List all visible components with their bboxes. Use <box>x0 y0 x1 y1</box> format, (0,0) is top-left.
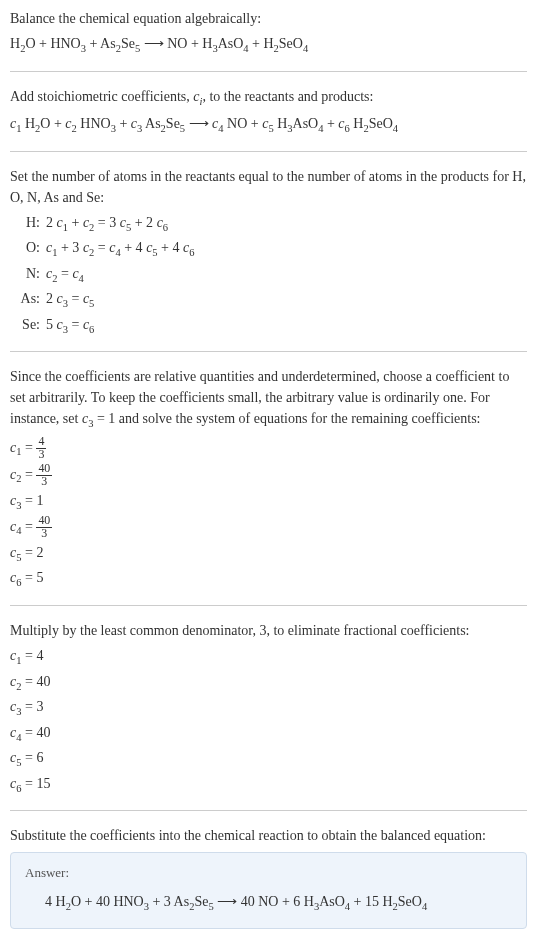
divider <box>10 351 527 352</box>
atom-label: H: <box>10 212 40 236</box>
intro-text: Balance the chemical equation algebraica… <box>10 8 527 29</box>
multiply-prompt: Multiply by the least common denominator… <box>10 620 527 641</box>
solve-coefs: c1 = 43 c2 = 403 c3 = 1 c4 = 403 c5 = 2 … <box>10 436 527 591</box>
atom-label: Se: <box>10 314 40 338</box>
stoich-prompt: Add stoichiometric coefficients, ci, to … <box>10 86 527 110</box>
coef-item: c5 = 2 <box>10 542 527 566</box>
solve-prompt: Since the coefficients are relative quan… <box>10 366 527 432</box>
substitute-prompt: Substitute the coefficients into the che… <box>10 825 527 846</box>
answer-equation: 4 H2O + 40 HNO3 + 3 As2Se5 ⟶ 40 NO + 6 H… <box>25 891 512 915</box>
coef-item: c4 = 40 <box>10 722 527 746</box>
atoms-prompt: Set the number of atoms in the reactants… <box>10 166 527 208</box>
coef-item: c2 = 403 <box>10 463 527 488</box>
coef-item: c2 = 40 <box>10 671 527 695</box>
stoich-section: Add stoichiometric coefficients, ci, to … <box>10 86 527 137</box>
multiply-coefs: c1 = 4 c2 = 40 c3 = 3 c4 = 40 c5 = 6 c6 … <box>10 645 527 796</box>
atom-label: O: <box>10 237 40 261</box>
intro-section: Balance the chemical equation algebraica… <box>10 8 527 57</box>
atom-eq: 5 c3 = c6 <box>46 314 527 338</box>
atom-eq: 2 c3 = c5 <box>46 288 527 312</box>
atom-label: N: <box>10 263 40 287</box>
solve-section: Since the coefficients are relative quan… <box>10 366 527 591</box>
coef-item: c4 = 403 <box>10 515 527 540</box>
multiply-section: Multiply by the least common denominator… <box>10 620 527 796</box>
answer-box: Answer: 4 H2O + 40 HNO3 + 3 As2Se5 ⟶ 40 … <box>10 852 527 929</box>
substitute-section: Substitute the coefficients into the che… <box>10 825 527 929</box>
answer-label: Answer: <box>25 863 512 883</box>
coef-item: c6 = 5 <box>10 567 527 591</box>
atom-eq: c2 = c4 <box>46 263 527 287</box>
atoms-grid: H: 2 c1 + c2 = 3 c5 + 2 c6 O: c1 + 3 c2 … <box>10 212 527 338</box>
atom-eq: 2 c1 + c2 = 3 c5 + 2 c6 <box>46 212 527 236</box>
coef-item: c5 = 6 <box>10 747 527 771</box>
coef-item: c6 = 15 <box>10 773 527 797</box>
coef-item: c1 = 4 <box>10 645 527 669</box>
atom-eq: c1 + 3 c2 = c4 + 4 c5 + 4 c6 <box>46 237 527 261</box>
coef-item: c1 = 43 <box>10 436 527 461</box>
coef-item: c3 = 3 <box>10 696 527 720</box>
coef-item: c3 = 1 <box>10 490 527 514</box>
atoms-section: Set the number of atoms in the reactants… <box>10 166 527 338</box>
atom-label: As: <box>10 288 40 312</box>
divider <box>10 151 527 152</box>
intro-reaction: H2O + HNO3 + As2Se5 ⟶ NO + H3AsO4 + H2Se… <box>10 33 527 57</box>
divider <box>10 810 527 811</box>
divider <box>10 71 527 72</box>
divider <box>10 605 527 606</box>
stoich-equation: c1 H2O + c2 HNO3 + c3 As2Se5 ⟶ c4 NO + c… <box>10 113 527 137</box>
